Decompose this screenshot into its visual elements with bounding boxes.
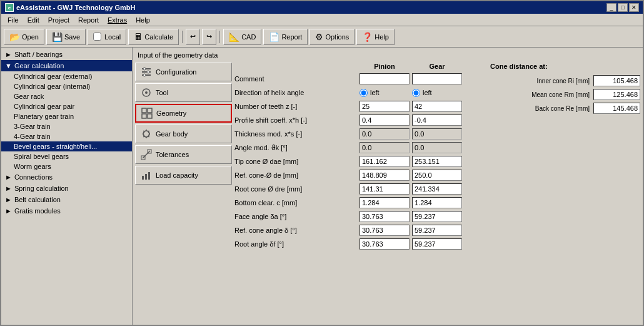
load-capacity-label: Load capacity bbox=[156, 171, 198, 179]
redo-icon: ↪ bbox=[206, 33, 212, 41]
thickness-mod-gear-input[interactable] bbox=[412, 128, 462, 140]
sidebar-item-shaft-bearings[interactable]: ► Shaft / bearings bbox=[1, 49, 132, 60]
ref-cone-angle-gear-input[interactable] bbox=[412, 225, 462, 236]
root-angle-gear-input[interactable] bbox=[412, 238, 462, 250]
svg-point-5 bbox=[143, 74, 146, 76]
menu-project[interactable]: Project bbox=[44, 16, 73, 24]
calculate-icon: 🖩 bbox=[134, 32, 143, 42]
bottom-clear-gear-input[interactable] bbox=[412, 197, 462, 208]
configuration-button[interactable]: Configuration bbox=[135, 63, 232, 81]
cad-button[interactable]: 📐 CAD bbox=[223, 29, 261, 45]
geometry-button[interactable]: Geometry bbox=[135, 104, 232, 123]
tip-cone-pinion-input[interactable] bbox=[360, 156, 410, 167]
local-checkbox[interactable] bbox=[93, 33, 101, 41]
ref-cone-angle-pinion-input[interactable] bbox=[360, 225, 410, 236]
close-button[interactable]: ✕ bbox=[629, 3, 639, 12]
root-cone-pinion-input[interactable] bbox=[360, 183, 410, 195]
menu-file[interactable]: File bbox=[4, 16, 23, 24]
face-angle-pinion-input[interactable] bbox=[360, 211, 410, 222]
profile-shift-label: Profile shift coeff. x*h [-] bbox=[234, 116, 360, 124]
num-teeth-gear-input[interactable] bbox=[412, 101, 462, 112]
root-cone-gear-input[interactable] bbox=[412, 183, 462, 195]
bottom-clear-pinion-input[interactable] bbox=[360, 197, 410, 208]
tool-button[interactable]: Tool bbox=[135, 83, 232, 102]
redo-button[interactable]: ↪ bbox=[202, 29, 216, 45]
sidebar-item-gear4[interactable]: 4-Gear train bbox=[1, 131, 132, 141]
sidebar-item-planetary[interactable]: Planetary gear train bbox=[1, 111, 132, 121]
save-button[interactable]: 💾 Save bbox=[46, 29, 86, 45]
inner-cone-input[interactable] bbox=[593, 75, 640, 86]
sidebar-item-gear3[interactable]: 3-Gear train bbox=[1, 121, 132, 131]
minimize-button[interactable]: _ bbox=[606, 3, 616, 12]
sidebar-item-connections[interactable]: ► Connections bbox=[1, 171, 132, 183]
sidebar-item-cyl-ext[interactable]: Cylindrical gear (external) bbox=[1, 71, 132, 81]
sidebar-item-spiral-bevel[interactable]: Spiral bevel gears bbox=[1, 151, 132, 161]
comment-pinion-input[interactable] bbox=[360, 73, 410, 84]
sidebar: ► Shaft / bearings ▼ Gear calculation Cy… bbox=[1, 48, 133, 325]
sidebar-item-worm[interactable]: Worm gears bbox=[1, 161, 132, 171]
helix-gear-radio-group: left bbox=[412, 89, 462, 97]
sidebar-item-gear-rack[interactable]: Gear rack bbox=[1, 91, 132, 101]
face-angle-gear-input[interactable] bbox=[412, 211, 462, 222]
comment-gear-input[interactable] bbox=[412, 73, 462, 84]
sidebar-item-spring[interactable]: ► Spring calculation bbox=[1, 183, 132, 194]
tolerances-button[interactable]: Tolerances bbox=[135, 145, 232, 164]
load-capacity-button[interactable]: Load capacity bbox=[135, 166, 232, 185]
ref-cone-gear-input[interactable] bbox=[412, 170, 462, 181]
gear-body-button[interactable]: Gear body bbox=[135, 125, 232, 143]
root-angle-pinion-input[interactable] bbox=[360, 238, 410, 250]
sidebar-item-belt[interactable]: ► Belt calculation bbox=[1, 194, 132, 205]
menu-report[interactable]: Report bbox=[74, 16, 103, 24]
sidebar-item-gratis[interactable]: ► Gratis modules bbox=[1, 205, 132, 216]
angle-mod-pinion-input[interactable] bbox=[360, 142, 410, 153]
helix-gear-left-radio[interactable] bbox=[412, 89, 420, 97]
bottom-clear-label: Bottom clear. c [mm] bbox=[234, 199, 360, 206]
svg-rect-18 bbox=[145, 174, 147, 180]
tip-cone-label: Tip cone Ø dae [mm] bbox=[234, 158, 360, 165]
angle-mod-gear-input[interactable] bbox=[412, 142, 462, 153]
calculate-button[interactable]: 🖩 Calculate bbox=[128, 29, 179, 45]
undo-button[interactable]: ↩ bbox=[186, 29, 200, 45]
svg-rect-11 bbox=[148, 114, 152, 118]
tip-cone-gear-input[interactable] bbox=[412, 156, 462, 167]
gratis-label: Gratis modules bbox=[14, 207, 61, 215]
angle-mod-label: Angle mod. ϑk [°] bbox=[234, 144, 360, 152]
cone-distance-panel: Cone distance at: Inner cone Ri [mm] Mea… bbox=[490, 63, 640, 322]
svg-point-7 bbox=[145, 91, 148, 94]
back-cone-input[interactable] bbox=[593, 103, 640, 114]
gear-header: Gear bbox=[412, 63, 462, 70]
mean-cone-input[interactable] bbox=[593, 89, 640, 100]
sidebar-item-bevel[interactable]: Bevel gears - straight/heli... bbox=[1, 141, 132, 151]
thickness-mod-pinion-input[interactable] bbox=[360, 128, 410, 140]
cad-label: CAD bbox=[241, 33, 256, 41]
gear-calculation-label: Gear calculation bbox=[14, 62, 64, 69]
helix-pinion-left-radio[interactable] bbox=[360, 89, 368, 97]
connections-label: Connections bbox=[14, 173, 53, 181]
ref-cone-pinion-input[interactable] bbox=[360, 170, 410, 181]
profile-shift-gear-input[interactable] bbox=[412, 115, 462, 126]
sidebar-item-cyl-pair[interactable]: Cylindrical gear pair bbox=[1, 101, 132, 111]
cad-icon: 📐 bbox=[229, 32, 239, 42]
table-row: Thickness mod. x*s [-] bbox=[234, 128, 483, 140]
toolbar: 📂 Open 💾 Save Local 🖩 Calculate ↩ ↪ 📐 CA… bbox=[1, 26, 643, 48]
num-teeth-pinion-input[interactable] bbox=[360, 101, 410, 112]
sidebar-item-cyl-int[interactable]: Cylindrical gear (internal) bbox=[1, 81, 132, 91]
menu-edit[interactable]: Edit bbox=[24, 16, 43, 24]
menu-extras[interactable]: Extras bbox=[104, 16, 131, 24]
profile-shift-pinion-input[interactable] bbox=[360, 115, 410, 126]
buttons-panel: Configuration Tool bbox=[135, 63, 232, 322]
svg-rect-9 bbox=[148, 108, 152, 113]
svg-rect-10 bbox=[142, 114, 146, 118]
open-button[interactable]: 📂 Open bbox=[4, 29, 44, 45]
belt-arrow-icon: ► bbox=[5, 196, 12, 203]
report-button[interactable]: 📄 Report bbox=[263, 29, 308, 45]
options-button[interactable]: ⚙ Options bbox=[309, 29, 355, 45]
sidebar-item-gear-calculation[interactable]: ▼ Gear calculation bbox=[1, 60, 132, 71]
tolerances-label: Tolerances bbox=[156, 151, 189, 158]
shaft-bearings-label: Shaft / bearings bbox=[14, 51, 63, 58]
maximize-button[interactable]: □ bbox=[618, 3, 628, 12]
local-button[interactable]: Local bbox=[88, 29, 126, 45]
help-button[interactable]: ❓ Help bbox=[356, 29, 395, 45]
table-row: Angle mod. ϑk [°] bbox=[234, 141, 483, 154]
menu-help[interactable]: Help bbox=[132, 16, 154, 24]
